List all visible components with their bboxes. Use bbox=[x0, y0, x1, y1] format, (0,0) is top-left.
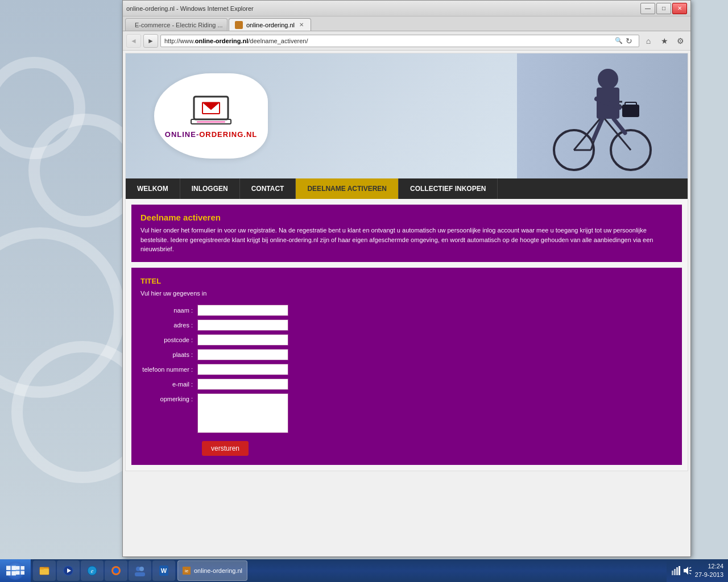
contacts-icon bbox=[134, 565, 146, 576]
taskbar-media-player[interactable] bbox=[57, 560, 80, 581]
window-title: online-ordering.nl - Windows Internet Ex… bbox=[126, 5, 638, 12]
svg-marker-1 bbox=[202, 102, 220, 110]
form-row-opmerking: opmerking : bbox=[140, 393, 673, 433]
label-email: e-mail : bbox=[140, 381, 197, 388]
media-player-icon bbox=[63, 565, 74, 576]
label-telefoon: telefoon nummer : bbox=[140, 366, 197, 373]
url-search-icon: 🔍 bbox=[615, 37, 623, 44]
taskbar: e W bbox=[0, 559, 728, 582]
input-opmerking[interactable] bbox=[197, 393, 288, 433]
label-opmerking: opmerking : bbox=[140, 396, 197, 402]
taskbar-word[interactable]: W bbox=[152, 560, 175, 581]
start-button[interactable] bbox=[0, 559, 31, 582]
input-telefoon[interactable] bbox=[197, 364, 288, 375]
tab-icon-2 bbox=[235, 21, 243, 29]
settings-button[interactable]: ⚙ bbox=[673, 34, 687, 48]
form-row-telefoon: telefoon nummer : bbox=[140, 364, 673, 375]
taskbar-firefox[interactable] bbox=[105, 560, 127, 581]
nav-welkom[interactable]: WELKOM bbox=[126, 178, 180, 199]
person-bicycle-svg bbox=[551, 59, 653, 173]
logo-text: ONLINE-ORDERING.NL bbox=[165, 130, 257, 139]
browser-window: online-ordering.nl - Windows Internet Ex… bbox=[122, 0, 691, 557]
start-orb bbox=[6, 562, 24, 580]
taskbar-pinned: e W bbox=[31, 560, 177, 581]
favorites-button[interactable]: ★ bbox=[657, 34, 671, 48]
taskbar-file-manager[interactable] bbox=[33, 560, 56, 581]
nav-collectief[interactable]: COLLECTIEF INKOPEN bbox=[399, 178, 498, 199]
form-subtitle: Vul hier uw gegevens in bbox=[140, 290, 673, 297]
svg-rect-37 bbox=[135, 572, 145, 576]
toolbar-right: ⌂ ★ ⚙ bbox=[642, 34, 687, 48]
svg-point-36 bbox=[139, 567, 144, 571]
network-icon bbox=[671, 566, 680, 575]
refresh-button[interactable]: ↻ bbox=[623, 35, 635, 47]
tab-ecommerce[interactable]: E-commerce - Electric Riding ... bbox=[125, 18, 228, 31]
svg-rect-24 bbox=[6, 571, 11, 576]
hero-logo-area: ONLINE-ORDERING.NL bbox=[126, 53, 296, 178]
laptop-icon bbox=[188, 94, 234, 128]
nav-contact[interactable]: CONTACT bbox=[240, 178, 296, 199]
logo-text-red: ORDERING.NL bbox=[199, 130, 257, 139]
svg-rect-21 bbox=[625, 102, 636, 106]
word-icon: W bbox=[158, 565, 169, 576]
form-row-adres: adres : bbox=[140, 319, 673, 331]
svg-rect-20 bbox=[622, 105, 639, 117]
ie-icon: e bbox=[86, 565, 98, 576]
taskbar-active-label: online-ordering.nl bbox=[194, 567, 242, 574]
svg-rect-22 bbox=[6, 566, 11, 571]
label-naam: naam : bbox=[140, 307, 197, 314]
svg-rect-43 bbox=[674, 569, 676, 575]
svg-rect-27 bbox=[40, 569, 49, 575]
input-plaats[interactable] bbox=[197, 349, 288, 360]
svg-text:W: W bbox=[161, 567, 167, 574]
input-postcode[interactable] bbox=[197, 334, 288, 346]
window-controls: — □ ✕ bbox=[640, 3, 687, 14]
form-row-naam: naam : bbox=[140, 305, 673, 316]
site-content: ONLINE-ORDERING.NL bbox=[125, 53, 688, 471]
svg-rect-45 bbox=[679, 566, 680, 575]
main-content: Deelname activeren Vul hier onder het fo… bbox=[126, 199, 688, 471]
hero-right bbox=[296, 53, 688, 178]
home-button[interactable]: ⌂ bbox=[642, 34, 655, 48]
form-box: TITEL Vul hier uw gegevens in naam : adr… bbox=[131, 268, 682, 465]
minimize-button[interactable]: — bbox=[640, 3, 655, 14]
browser-titlebar: online-ordering.nl - Windows Internet Ex… bbox=[123, 1, 690, 16]
taskbar-clock: 12:24 27-9-2013 bbox=[695, 562, 723, 580]
info-box: Deelname activeren Vul hier onder het fo… bbox=[131, 205, 682, 262]
form-row-plaats: plaats : bbox=[140, 349, 673, 360]
tab-ordering[interactable]: online-ordering.nl ✕ bbox=[229, 18, 311, 31]
taskbar-active-icon: ie bbox=[183, 567, 191, 575]
tab-close-icon[interactable]: ✕ bbox=[298, 21, 305, 28]
url-bar[interactable]: http://www.online-ordering.nl/deelname_a… bbox=[160, 35, 639, 47]
url-domain: online-ordering.nl bbox=[195, 38, 249, 44]
input-adres[interactable] bbox=[197, 319, 288, 331]
svg-rect-25 bbox=[11, 571, 16, 576]
svg-marker-46 bbox=[684, 567, 688, 575]
taskbar-contacts[interactable] bbox=[129, 560, 151, 581]
svg-text:ie: ie bbox=[185, 568, 189, 573]
url-text: http://www.online-ordering.nl/deelname_a… bbox=[164, 38, 308, 44]
form-section-title: TITEL bbox=[140, 277, 673, 285]
nav-deelname[interactable]: DEELNAME ACTIVEREN bbox=[296, 178, 399, 199]
left-bg bbox=[0, 0, 122, 559]
svg-rect-44 bbox=[676, 567, 678, 575]
clock-date: 27-9-2013 bbox=[695, 571, 723, 579]
hero-banner: ONLINE-ORDERING.NL bbox=[126, 53, 688, 178]
forward-button[interactable]: ► bbox=[143, 34, 158, 48]
maximize-button[interactable]: □ bbox=[656, 3, 671, 14]
close-button[interactable]: ✕ bbox=[672, 3, 687, 14]
back-button[interactable]: ◄ bbox=[126, 34, 141, 48]
input-email[interactable] bbox=[197, 379, 288, 390]
input-naam[interactable] bbox=[197, 305, 288, 316]
taskbar-active-window[interactable]: ie online-ordering.nl bbox=[177, 560, 247, 581]
taskbar-ie[interactable]: e bbox=[81, 560, 104, 581]
svg-point-16 bbox=[598, 69, 618, 89]
svg-line-47 bbox=[689, 567, 691, 568]
nav-inloggen[interactable]: INLOGGEN bbox=[180, 178, 240, 199]
windows-logo bbox=[6, 566, 16, 576]
info-description: Vul hier onder het formulier in voor uw … bbox=[140, 226, 673, 254]
navbar: WELKOM INLOGGEN CONTACT DEELNAME ACTIVER… bbox=[126, 178, 688, 199]
submit-button[interactable]: versturen bbox=[202, 441, 249, 456]
file-manager-icon bbox=[39, 565, 50, 576]
label-adres: adres : bbox=[140, 322, 197, 329]
